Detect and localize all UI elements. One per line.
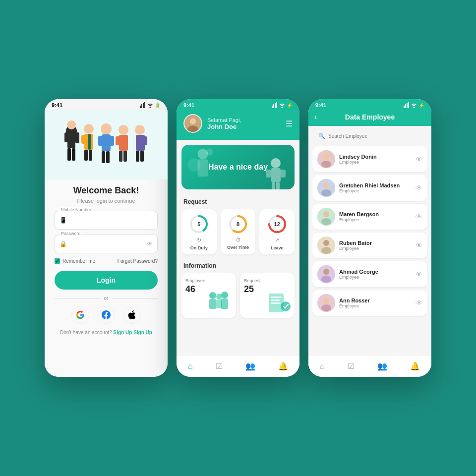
nav-home-3[interactable]: ⌂ xyxy=(320,362,325,371)
emp-info-3: Maren Bergson Employee xyxy=(339,211,412,222)
employee-item-5: Ahmad George Employee 👁 xyxy=(312,261,427,287)
request-illustration xyxy=(264,289,294,316)
svg-point-39 xyxy=(187,125,198,132)
menu-button[interactable]: ☰ xyxy=(286,119,293,128)
on-duty-value: 5 xyxy=(197,221,200,227)
svg-rect-30 xyxy=(143,136,147,145)
view-employee-1[interactable]: 👁 xyxy=(416,155,422,163)
nav-home-2[interactable]: ⌂ xyxy=(188,362,193,371)
view-employee-5[interactable]: 👁 xyxy=(416,270,422,278)
mobile-label: Mobile Number xyxy=(60,207,93,212)
svg-rect-32 xyxy=(140,151,144,162)
svg-rect-33 xyxy=(272,106,273,108)
welcome-title: Welcome Back! xyxy=(55,185,158,196)
svg-rect-45 xyxy=(271,168,281,182)
svg-point-56 xyxy=(209,292,216,299)
leave-card[interactable]: 12 ↗ Leave xyxy=(259,209,295,254)
signal-icon-2 xyxy=(272,102,278,108)
nav-tasks-2[interactable]: ☑ xyxy=(216,361,223,371)
svg-rect-1 xyxy=(141,104,142,108)
view-employee-2[interactable]: 👁 xyxy=(416,184,422,192)
emp-role-1: Employee xyxy=(339,160,412,165)
signup-link[interactable]: Sign Up xyxy=(114,330,132,335)
login-screen: 9:41 🔋 xyxy=(45,99,168,377)
nav-bell-3[interactable]: 🔔 xyxy=(410,361,420,371)
employee-list: Lindsey Donin Employee 👁 xyxy=(308,146,431,355)
emp-role-4: Employee xyxy=(339,246,412,251)
svg-rect-15 xyxy=(84,150,88,161)
login-button[interactable]: Login xyxy=(55,271,158,290)
battery-icon-3: ⚡ xyxy=(418,103,424,108)
google-icon xyxy=(76,310,85,319)
emp-name-6: Ann Rosser xyxy=(339,298,412,303)
search-input[interactable] xyxy=(328,133,421,139)
eye-icon[interactable]: 👁 xyxy=(147,240,153,247)
over-time-icon: ⏱ xyxy=(236,237,241,243)
emp-avatar-1 xyxy=(317,150,335,168)
svg-rect-7 xyxy=(64,132,68,142)
over-time-value: 8 xyxy=(237,221,239,227)
on-duty-label: On Duty xyxy=(190,245,208,250)
emp-name-4: Ruben Bator xyxy=(339,240,412,246)
over-time-card[interactable]: 8 ⏱ Over Time xyxy=(221,209,256,254)
password-input[interactable] xyxy=(55,235,158,253)
svg-rect-67 xyxy=(404,106,405,108)
google-login-btn[interactable] xyxy=(71,306,89,324)
view-employee-4[interactable]: 👁 xyxy=(416,241,422,249)
svg-rect-22 xyxy=(106,151,110,163)
nav-bell-2[interactable]: 🔔 xyxy=(278,361,288,371)
mobile-input-group: Mobile Number 📱 xyxy=(55,211,158,230)
svg-point-42 xyxy=(206,148,213,155)
svg-rect-47 xyxy=(276,182,280,189)
svg-point-82 xyxy=(321,247,331,254)
employee-item-1: Lindsey Donin Employee 👁 xyxy=(312,146,427,172)
on-duty-donut: 5 xyxy=(188,213,210,235)
svg-rect-24 xyxy=(119,135,128,151)
people-illustration xyxy=(57,115,156,179)
banner-person xyxy=(261,157,291,189)
on-duty-card[interactable]: 5 ↻ On Duty xyxy=(181,209,217,254)
nav-tasks-3[interactable]: ☑ xyxy=(348,361,355,371)
request-info-card[interactable]: Request 25 xyxy=(240,273,295,318)
or-divider: or xyxy=(55,296,158,301)
forgot-password-link[interactable]: Forgot Password? xyxy=(118,258,158,264)
user-avatar[interactable] xyxy=(183,114,202,133)
social-login-row xyxy=(55,306,158,324)
svg-point-75 xyxy=(323,182,329,188)
mobile-input[interactable] xyxy=(55,211,158,230)
svg-rect-2 xyxy=(143,103,144,108)
nav-people-2[interactable]: 👥 xyxy=(245,361,255,371)
view-employee-6[interactable]: 👁 xyxy=(416,299,422,307)
employee-list-title: Data Employee xyxy=(345,113,395,121)
apple-login-btn[interactable] xyxy=(123,306,141,324)
greeting-text: Selamat Pagi, xyxy=(207,117,241,123)
employee-item-2: Gretchen Rhiel Madsen Employee 👁 xyxy=(312,175,427,201)
svg-point-84 xyxy=(323,269,329,275)
banner: Have a nice day xyxy=(181,145,295,189)
svg-rect-61 xyxy=(221,298,228,309)
facebook-icon xyxy=(102,310,111,319)
emp-name-3: Maren Bergson xyxy=(339,211,412,217)
nav-people-3[interactable]: 👥 xyxy=(377,361,387,371)
svg-point-44 xyxy=(271,158,281,168)
header-left: Selamat Pagi, John Doe xyxy=(183,114,241,133)
employee-inner: ‹ Data Employee 🔍 xyxy=(308,110,431,377)
status-bar-2: 9:41 ⚡ xyxy=(177,99,299,110)
facebook-login-btn[interactable] xyxy=(97,306,115,324)
status-bar-1: 9:41 🔋 xyxy=(45,99,168,110)
back-button[interactable]: ‹ xyxy=(314,113,317,121)
bottom-nav-2: ⌂ ☑ 👥 🔔 xyxy=(177,355,299,377)
signup-text: Don't have an account? xyxy=(60,330,112,335)
svg-rect-0 xyxy=(140,106,141,108)
on-duty-icon: ↻ xyxy=(197,237,201,243)
svg-rect-70 xyxy=(408,102,409,108)
avatar-svg xyxy=(184,114,201,133)
signal-icon xyxy=(140,102,146,108)
view-employee-3[interactable]: 👁 xyxy=(416,213,422,221)
svg-point-5 xyxy=(67,120,76,129)
emp-name-1: Lindsey Donin xyxy=(339,154,412,160)
svg-point-11 xyxy=(84,124,94,134)
remember-checkbox[interactable] xyxy=(55,258,60,264)
employee-info-card[interactable]: Employee 46 xyxy=(181,273,236,318)
battery-icon-2: ⚡ xyxy=(287,103,293,108)
